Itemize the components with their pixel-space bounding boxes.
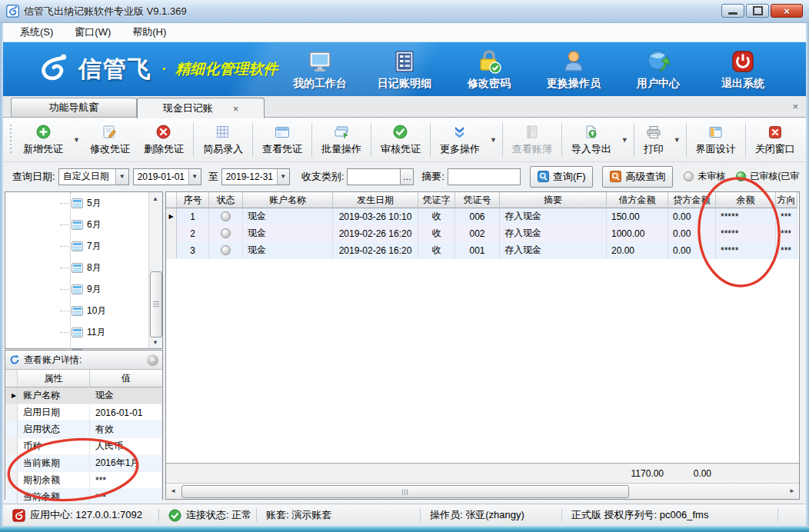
date-from-select[interactable]: 2019-01-01 ▼ [133, 168, 201, 185]
exit-system-button[interactable]: 退出系统 [711, 48, 775, 91]
chevron-down-icon[interactable]: ▼ [277, 169, 289, 185]
tree-item-month-6[interactable]: 6月 [5, 214, 162, 235]
refresh-icon[interactable] [9, 354, 20, 365]
status-license: 正式版 授权序列号: pc006_fms [562, 508, 777, 522]
grid-hscrollbar[interactable]: ◄ ► [166, 483, 799, 499]
window-border-bottom [0, 526, 809, 532]
chevron-down-icon[interactable]: ▼ [115, 169, 128, 185]
menu-help[interactable]: 帮助(H) [122, 22, 177, 42]
chevron-down-icon[interactable]: ▼ [188, 169, 201, 185]
date-mode-select[interactable]: 自定义日期 ▼ [58, 168, 129, 185]
monitor-icon [306, 48, 334, 75]
grid-row[interactable]: 2 现金 2019-02-26 16:20 收 002 存入现金 1000.00… [166, 225, 799, 242]
menu-bar: 系统(S) 窗口(W) 帮助(H) [3, 23, 806, 42]
search-icon [538, 171, 549, 182]
unaudited-radio[interactable]: 未审核 [684, 170, 725, 183]
edit-icon [102, 124, 117, 141]
tree-item-month-7[interactable]: 7月 [5, 235, 162, 257]
power-icon [729, 48, 757, 75]
tree-item-month-11[interactable]: 11月 [5, 321, 162, 343]
scroll-up-icon[interactable]: ▲ [149, 192, 161, 204]
current-row-marker-icon: ▶ [5, 387, 18, 404]
status-bar: 应用中心: 127.0.0.1:7092 连接状态: 正常 账套: 演示账套 操… [3, 504, 806, 526]
view-voucher-button[interactable]: 查看凭证 [255, 121, 309, 159]
delete-voucher-button[interactable]: 删除凭证 [137, 121, 191, 159]
category-picker-button[interactable]: … [401, 168, 414, 185]
window-border-left [0, 23, 3, 532]
scroll-down-icon[interactable]: ▼ [149, 336, 161, 348]
category-label: 收支类别: [301, 170, 345, 184]
tab-function-nav[interactable]: 功能导航窗 [11, 98, 137, 117]
ui-design-button[interactable]: 界面设计 [689, 121, 743, 159]
grid-scroll-thumb[interactable] [181, 485, 629, 498]
change-password-button[interactable]: 修改密码 [457, 48, 521, 91]
advanced-query-button[interactable]: 高级查询 [602, 166, 673, 188]
import-export-icon [584, 124, 598, 141]
date-to-label: 至 [208, 170, 218, 184]
details-row[interactable]: 启用日期2016-01-01 [5, 404, 162, 421]
details-row[interactable]: 启用状态有效 [5, 421, 162, 438]
tree-scroll-thumb[interactable] [150, 271, 162, 337]
details-table: 属性 值 ▶ 账户名称 现金 启用日期2016-01-01 启用状态有效 币种人… [5, 370, 162, 506]
tree-scrollbar[interactable]: ▲ ▼ [148, 192, 162, 348]
query-button[interactable]: 查询(F) [530, 166, 594, 188]
details-row[interactable]: 币种人民币 [5, 438, 162, 455]
close-button[interactable]: × [771, 4, 803, 18]
category-input[interactable] [347, 168, 401, 185]
grid-row[interactable]: 3 现金 2019-02-26 16:20 收 001 存入现金 20.00 0… [166, 242, 799, 259]
print-button[interactable]: 打印 [637, 121, 671, 159]
tree-item-month-9[interactable]: 9月 [5, 278, 162, 300]
chevron-down-icon[interactable]: ▼ [490, 136, 497, 144]
details-row[interactable]: ▶ 账户名称 现金 [5, 387, 162, 404]
status-sphere-icon [221, 228, 231, 238]
batch-operation-button[interactable]: 批量操作 [315, 121, 368, 159]
date-to-select[interactable]: 2019-12-31 ▼ [221, 168, 290, 185]
tab-cash-journal[interactable]: 现金日记账 × [137, 98, 265, 118]
summary-label: 摘要: [421, 170, 444, 184]
user-icon [560, 48, 588, 75]
import-export-button[interactable]: 导入导出 [564, 121, 618, 159]
radio-audited-icon[interactable] [736, 171, 746, 181]
details-title: 查看账户详情: [24, 354, 82, 367]
grid-row[interactable]: ▶ 1 现金 2019-03-26 10:10 收 006 存入现金 150.0… [166, 208, 799, 225]
user-center-button[interactable]: 用户中心 [626, 48, 691, 91]
journal-node-icon [72, 198, 83, 208]
chevron-down-icon[interactable]: ▼ [621, 136, 628, 144]
radio-unaudited-icon[interactable] [684, 171, 694, 181]
menu-window[interactable]: 窗口(W) [64, 22, 122, 42]
tab-close-icon[interactable]: × [233, 103, 239, 115]
details-row[interactable]: 期初余额*** [5, 472, 162, 489]
status-account-set: 账套: 演示账套 [257, 508, 420, 522]
details-close-icon[interactable]: × [147, 354, 158, 366]
scroll-left-icon[interactable]: ◄ [167, 484, 179, 497]
details-row[interactable]: 当前账期2016年1月 [5, 455, 162, 472]
edit-voucher-button[interactable]: 修改凭证 [83, 121, 137, 159]
audited-radio[interactable]: 已审核(已审 [736, 170, 799, 183]
chevron-down-icon[interactable]: ▼ [674, 136, 681, 144]
delete-icon [156, 124, 171, 141]
journal-detail-button[interactable]: 日记账明细 [372, 48, 437, 91]
maximize-button[interactable] [746, 4, 769, 18]
new-voucher-button[interactable]: 新增凭证 [16, 121, 70, 159]
status-sphere-icon [221, 211, 231, 221]
brand-banner: 信管飞 · 精细化管理软件 我的工作台 [3, 42, 806, 96]
menu-system[interactable]: 系统(S) [9, 22, 64, 42]
tabstrip-close-icon[interactable]: × [792, 101, 798, 112]
audit-voucher-button[interactable]: 审核凭证 [374, 121, 428, 159]
toolbar-grip[interactable] [9, 125, 13, 155]
minimize-button[interactable] [721, 4, 744, 18]
date-filter-label: 查询日期: [12, 170, 55, 184]
close-window-button[interactable]: 关闭窗口 [748, 121, 802, 159]
scroll-right-icon[interactable]: ► [786, 484, 798, 497]
summary-input[interactable] [448, 168, 521, 185]
workbench-button[interactable]: 我的工作台 [288, 48, 352, 91]
chevron-down-icon[interactable]: ▼ [73, 136, 80, 144]
tree-item-month-10[interactable]: 10月 [5, 300, 162, 321]
tree-item-month-8[interactable]: 8月 [5, 257, 162, 278]
tree-item-month-5[interactable]: 5月 [5, 192, 162, 214]
easy-entry-button[interactable]: 简易录入 [196, 121, 250, 159]
printer-icon [646, 124, 661, 141]
switch-operator-button[interactable]: 更换操作员 [541, 48, 606, 91]
details-header: 查看账户详情: × [5, 351, 162, 370]
more-operations-button[interactable]: 更多操作 [433, 121, 487, 159]
